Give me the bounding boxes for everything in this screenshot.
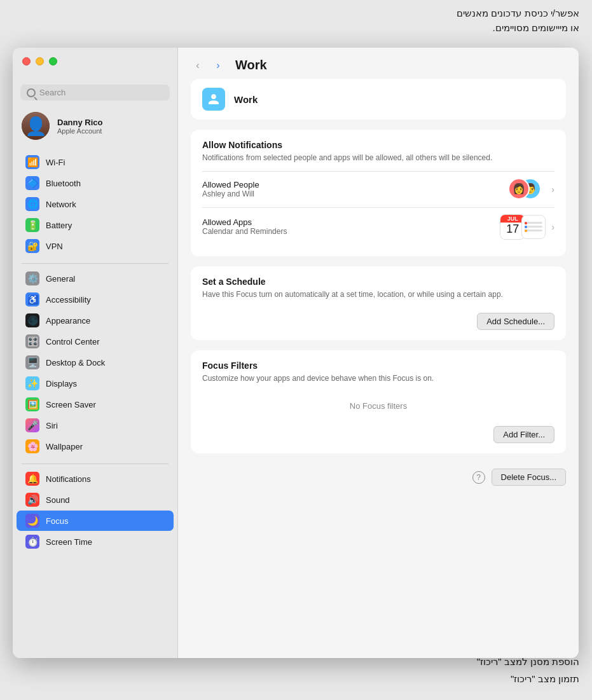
appearance-icon: 🌑	[25, 313, 39, 327]
hebrew-tooltip-bottom: הוספת מסנן למצב "ריכוז" תזמון מצב "ריכוז…	[477, 653, 579, 687]
desktop-icon: 🖥️	[25, 355, 39, 369]
sidebar-item-label: Control Center	[46, 337, 100, 347]
sidebar-item-label: Displays	[46, 379, 77, 388]
wallpaper-icon: 🌸	[25, 439, 39, 453]
allowed-people-info: Allowed People Ashley and Will	[202, 180, 259, 198]
sidebar-item-general[interactable]: ⚙️ General	[17, 268, 174, 289]
displays-icon: ✨	[25, 376, 39, 390]
allowed-people-row[interactable]: Allowed People Ashley and Will 👩 👨 ›	[202, 171, 554, 207]
content-body: Work Allow Notifications Notifications f…	[178, 79, 579, 498]
main-header: ‹ › Work	[178, 48, 579, 79]
sidebar-group-focus: 🔔 Notifications 🔊 Sound 🌙 Focus ⏱️ Scree…	[13, 468, 177, 552]
sidebar-item-wallpaper[interactable]: 🌸 Wallpaper	[17, 436, 174, 456]
sidebar-item-notifications[interactable]: 🔔 Notifications	[17, 469, 174, 489]
focus-filters-title: Focus Filters	[202, 360, 554, 371]
main-content: ‹ › Work Work Allow Notifications Notifi…	[178, 48, 579, 658]
sidebar-item-label: VPN	[46, 242, 63, 251]
work-label: Work	[234, 94, 258, 105]
sidebar-item-label: Notifications	[46, 474, 91, 484]
avatar	[22, 112, 50, 140]
reminders-app-icon	[521, 214, 546, 240]
sidebar-divider-2	[22, 463, 169, 464]
delete-focus-button[interactable]: Delete Focus...	[492, 469, 566, 486]
close-button[interactable]	[22, 57, 31, 65]
add-filter-button[interactable]: Add Filter...	[493, 426, 554, 443]
add-schedule-button[interactable]: Add Schedule...	[477, 313, 554, 330]
work-app-icon	[202, 88, 225, 111]
no-filters-label: No Focus filters	[202, 391, 554, 421]
siri-icon: 🎤	[25, 418, 39, 432]
avatar-ashley: 👩	[508, 178, 530, 200]
sidebar-item-controlcenter[interactable]: 🎛️ Control Center	[17, 331, 174, 352]
sidebar-item-battery[interactable]: 🔋 Battery	[17, 215, 174, 235]
wifi-icon: 📶	[25, 155, 39, 169]
add-schedule-row: Add Schedule...	[202, 308, 554, 330]
search-icon	[27, 88, 36, 97]
set-schedule-section: Set a Schedule Have this Focus turn on a…	[191, 266, 566, 340]
sidebar-item-label: Screen Time	[46, 537, 92, 547]
controlcenter-icon: 🎛️	[25, 334, 39, 348]
sidebar-item-appearance[interactable]: 🌑 Appearance	[17, 310, 174, 331]
sidebar-item-label: Accessibility	[46, 295, 91, 305]
forward-button[interactable]: ›	[211, 58, 225, 72]
allowed-apps-row[interactable]: Allowed Apps Calendar and Reminders JUL …	[202, 207, 554, 246]
sidebar-item-sound[interactable]: 🔊 Sound	[17, 490, 174, 510]
sidebar-item-vpn[interactable]: 🔐 VPN	[17, 236, 174, 256]
minimize-button[interactable]	[36, 57, 44, 65]
notifications-icon: 🔔	[25, 472, 39, 486]
allow-notifications-title: Allow Notifications	[202, 140, 554, 150]
chevron-right-icon: ›	[551, 184, 554, 195]
sidebar-item-label: Appearance	[46, 316, 90, 326]
sound-icon: 🔊	[25, 493, 39, 507]
chevron-right-icon: ›	[551, 222, 554, 232]
sidebar-item-label: Sound	[46, 495, 70, 505]
search-placeholder: Search	[39, 88, 65, 97]
sidebar: Search Danny Rico Apple Account 📶 Wi-Fi …	[13, 48, 178, 658]
screensaver-icon: 🖼️	[25, 397, 39, 411]
allowed-apps-info: Allowed Apps Calendar and Reminders	[202, 217, 287, 236]
focus-filters-section: Focus Filters Customize how your apps an…	[191, 350, 566, 454]
user-info: Danny Rico Apple Account	[57, 118, 103, 135]
sidebar-item-focus[interactable]: 🌙 Focus	[17, 511, 174, 531]
allow-notifications-desc: Notifications from selected people and a…	[202, 153, 554, 163]
help-button[interactable]: ?	[472, 471, 485, 484]
focus-icon: 🌙	[25, 514, 39, 528]
user-profile[interactable]: Danny Rico Apple Account	[13, 107, 177, 145]
fullscreen-button[interactable]	[49, 57, 57, 65]
page-title: Work	[235, 58, 267, 72]
add-filter-row: Add Filter...	[202, 421, 554, 443]
allowed-people-right: 👩 👨 ›	[508, 178, 554, 201]
allowed-people-sub: Ashley and Will	[202, 189, 259, 198]
sidebar-item-network[interactable]: 🌐 Network	[17, 194, 174, 214]
focus-filters-desc: Customize how your apps and device behav…	[202, 373, 554, 384]
sidebar-item-label: General	[46, 274, 75, 284]
sidebar-item-siri[interactable]: 🎤 Siri	[17, 415, 174, 436]
user-sub: Apple Account	[57, 127, 103, 135]
sidebar-item-label: Battery	[46, 221, 72, 230]
user-name: Danny Rico	[57, 118, 103, 127]
screentime-icon: ⏱️	[25, 535, 39, 549]
allowed-people-title: Allowed People	[202, 180, 259, 189]
sidebar-item-screentime[interactable]: ⏱️ Screen Time	[17, 532, 174, 552]
vpn-icon: 🔐	[25, 239, 39, 253]
bluetooth-icon: 🔷	[25, 176, 39, 190]
sidebar-item-label: Wallpaper	[46, 442, 83, 451]
battery-icon: 🔋	[25, 218, 39, 232]
sidebar-divider-1	[22, 263, 169, 264]
sidebar-group-network: 📶 Wi-Fi 🔷 Bluetooth 🌐 Network 🔋 Battery …	[13, 151, 177, 257]
search-bar[interactable]: Search	[20, 85, 170, 100]
sidebar-item-screensaver[interactable]: 🖼️ Screen Saver	[17, 394, 174, 415]
hebrew-tooltip-top: אפשר/י כניסת עדכונים מאנשים או מייישומים…	[457, 6, 579, 35]
sidebar-item-label: Desktop & Dock	[46, 358, 105, 367]
back-button[interactable]: ‹	[191, 58, 205, 72]
sidebar-item-desktop[interactable]: 🖥️ Desktop & Dock	[17, 352, 174, 373]
people-avatars: 👩 👨	[508, 178, 546, 201]
general-icon: ⚙️	[25, 271, 39, 285]
sidebar-item-bluetooth[interactable]: 🔷 Bluetooth	[17, 173, 174, 193]
sidebar-item-displays[interactable]: ✨ Displays	[17, 373, 174, 394]
sidebar-item-wifi[interactable]: 📶 Wi-Fi	[17, 152, 174, 172]
allow-notifications-section: Allow Notifications Notifications from s…	[191, 130, 566, 256]
sidebar-item-accessibility[interactable]: ♿ Accessibility	[17, 289, 174, 310]
allowed-apps-sub: Calendar and Reminders	[202, 227, 287, 236]
traffic-lights	[22, 57, 57, 65]
